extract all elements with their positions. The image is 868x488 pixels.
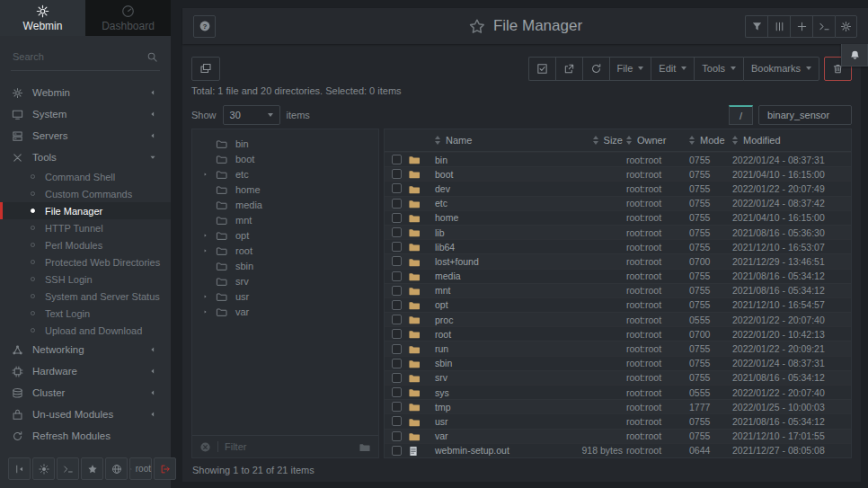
sidebar-item-un-used-modules[interactable]: Un-used Modules	[0, 404, 171, 425]
table-row-webmin-setup-out[interactable]: webmin-setup.out918 bytesroot:root064420…	[385, 443, 851, 457]
row-checkbox[interactable]	[392, 315, 402, 324]
row-checkbox[interactable]	[392, 271, 402, 281]
table-row-mnt[interactable]: mntroot:root07552021/08/16 - 05:34:12	[385, 283, 851, 297]
table-row-run[interactable]: runroot:root07552022/01/22 - 20:09:21	[385, 341, 851, 355]
sidebar-subitem-ssh-login[interactable]: SSH Login	[0, 271, 171, 288]
tree-item-bin[interactable]: bin	[192, 136, 378, 151]
expand-arrow-icon[interactable]	[203, 171, 216, 178]
table-row-dev[interactable]: devroot:root07552022/01/22 - 20:07:49	[385, 181, 851, 195]
table-row-usr[interactable]: usrroot:root07552021/08/16 - 05:34:12	[385, 413, 851, 428]
favorites-star-button[interactable]	[81, 457, 103, 480]
file-search-input[interactable]	[758, 105, 852, 125]
tree-filter-input[interactable]	[217, 441, 352, 452]
tree-item-media[interactable]: media	[192, 197, 378, 212]
columns-icon-button[interactable]	[767, 15, 790, 38]
file-name[interactable]: opt	[435, 299, 541, 310]
tree-item-opt[interactable]: opt	[192, 227, 378, 243]
table-row-sys[interactable]: sysroot:root05552022/01/22 - 20:07:40	[385, 385, 851, 399]
expand-arrow-icon[interactable]	[203, 293, 216, 300]
tab-webmin[interactable]: Webmin	[0, 0, 85, 36]
file-name[interactable]: sbin	[435, 358, 541, 368]
file-name[interactable]: usr	[435, 416, 541, 427]
row-checkbox[interactable]	[392, 213, 402, 223]
file-name[interactable]: var	[435, 430, 541, 441]
row-checkbox[interactable]	[392, 300, 402, 310]
file-name[interactable]: mnt	[435, 285, 541, 296]
expand-arrow-icon[interactable]	[203, 232, 216, 239]
share-button[interactable]	[555, 57, 582, 81]
select-all-button[interactable]	[528, 57, 555, 81]
file-name[interactable]: boot	[435, 169, 541, 180]
table-row-bin[interactable]: binroot:root07552022/01/24 - 08:37:31	[385, 152, 851, 166]
row-checkbox[interactable]	[392, 227, 402, 237]
sidebar-item-servers[interactable]: Servers	[0, 125, 171, 146]
settings-gear-button[interactable]	[835, 15, 857, 38]
file-name[interactable]: root	[435, 329, 541, 340]
table-row-etc[interactable]: etcroot:root07552022/01/24 - 08:37:42	[385, 196, 851, 210]
menu-file-button[interactable]: File	[609, 57, 651, 81]
tree-item-home[interactable]: home	[192, 182, 378, 197]
file-name[interactable]: dev	[435, 183, 541, 194]
column-header-owner[interactable]: Owner	[626, 135, 689, 146]
file-name[interactable]: media	[435, 271, 541, 281]
filter-icon-button[interactable]	[745, 15, 767, 38]
file-name[interactable]: srv	[435, 372, 541, 383]
row-checkbox[interactable]	[392, 329, 402, 339]
row-checkbox[interactable]	[392, 402, 402, 412]
table-row-var[interactable]: varroot:root07552021/12/10 - 17:01:55	[385, 429, 851, 443]
sidebar-subitem-text-login[interactable]: Text Login	[0, 305, 171, 322]
sidebar-item-cluster[interactable]: Cluster	[0, 382, 171, 404]
tab-dashboard[interactable]: Dashboard	[85, 0, 171, 36]
file-name[interactable]: home	[435, 212, 541, 223]
tree-item-usr[interactable]: usr	[192, 288, 378, 304]
row-checkbox[interactable]	[392, 416, 402, 426]
refresh-button[interactable]	[582, 57, 609, 81]
file-name[interactable]: lost+found	[435, 256, 541, 267]
row-checkbox[interactable]	[392, 155, 402, 164]
column-header-mode[interactable]: Mode	[689, 135, 732, 146]
sidebar-subitem-protected-web-directories[interactable]: Protected Web Directories	[0, 253, 171, 271]
tree-item-root[interactable]: root	[192, 243, 378, 258]
table-row-media[interactable]: mediaroot:root07552021/08/16 - 05:34:12	[385, 269, 851, 283]
table-row-sbin[interactable]: sbinroot:root07552022/01/24 - 08:37:31	[385, 356, 851, 370]
sidebar-item-webmin[interactable]: Webmin	[0, 82, 171, 103]
file-name[interactable]: tmp	[435, 402, 541, 413]
theme-sun-button[interactable]	[32, 457, 55, 480]
file-name[interactable]: run	[435, 343, 541, 354]
tree-item-sbin[interactable]: sbin	[192, 258, 378, 273]
expand-arrow-icon[interactable]	[203, 308, 216, 315]
breadcrumb-root-button[interactable]: /	[729, 105, 753, 125]
file-name[interactable]: lib	[435, 227, 541, 238]
sidebar-subitem-upload-and-download[interactable]: Upload and Download	[0, 322, 171, 339]
sidebar-item-refresh-modules[interactable]: Refresh Modules	[0, 425, 171, 447]
star-outline-icon[interactable]	[468, 17, 485, 35]
sidebar-item-hardware[interactable]: Hardware	[0, 360, 171, 382]
row-checkbox[interactable]	[392, 242, 402, 252]
file-name[interactable]: webmin-setup.out	[435, 445, 541, 456]
sidebar-item-networking[interactable]: Networking	[0, 339, 171, 360]
table-row-srv[interactable]: srvroot:root07552021/08/16 - 05:34:12	[385, 370, 851, 385]
menu-edit-button[interactable]: Edit	[651, 57, 694, 81]
search-input[interactable]	[13, 51, 146, 62]
tree-folder-icon[interactable]	[359, 439, 371, 455]
help-button[interactable]: ?	[193, 15, 216, 38]
file-name[interactable]: lib64	[435, 242, 541, 253]
row-checkbox[interactable]	[392, 199, 402, 209]
tree-item-boot[interactable]: boot	[192, 151, 378, 166]
show-count-select[interactable]: 30	[223, 105, 280, 125]
notifications-bell-tab[interactable]	[841, 44, 868, 67]
add-plus-button[interactable]	[790, 15, 812, 38]
sidebar-item-tools[interactable]: Tools	[0, 146, 171, 168]
file-name[interactable]: proc	[435, 315, 541, 325]
row-checkbox[interactable]	[392, 359, 402, 368]
menu-tools-button[interactable]: Tools	[694, 57, 743, 81]
paste-window-button[interactable]	[191, 57, 220, 81]
table-row-lib64[interactable]: lib64root:root07552021/12/10 - 16:53:07	[385, 239, 851, 253]
sidebar-subitem-perl-modules[interactable]: Perl Modules	[0, 236, 171, 253]
row-checkbox[interactable]	[392, 446, 402, 456]
clear-filter-icon[interactable]	[199, 439, 211, 455]
table-row-opt[interactable]: optroot:root07552021/12/10 - 16:54:57	[385, 297, 851, 312]
sidebar-subitem-command-shell[interactable]: Command Shell	[0, 168, 171, 185]
tree-item-etc[interactable]: etc	[192, 166, 378, 182]
sidebar-subitem-custom-commands[interactable]: Custom Commands	[0, 185, 171, 202]
